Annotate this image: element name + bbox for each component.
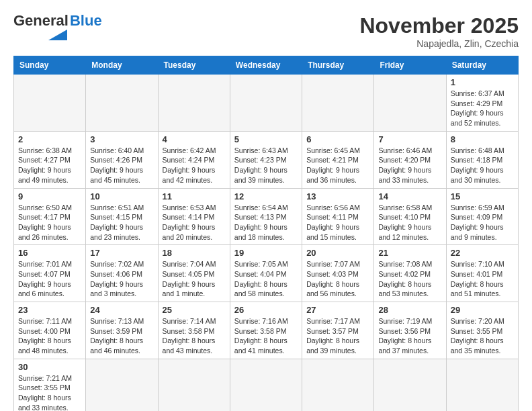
day-info: Sunrise: 7:14 AM Sunset: 3:58 PM Dayligh… [163, 316, 226, 356]
calendar-cell: 12Sunrise: 6:54 AM Sunset: 4:13 PM Dayli… [230, 188, 302, 245]
day-number: 8 [451, 134, 514, 144]
day-info: Sunrise: 7:04 AM Sunset: 4:05 PM Dayligh… [163, 259, 226, 299]
day-number: 28 [378, 305, 441, 315]
calendar-cell: 16Sunrise: 7:01 AM Sunset: 4:07 PM Dayli… [14, 245, 86, 302]
day-number: 27 [306, 305, 369, 315]
day-number: 30 [18, 362, 81, 372]
day-info: Sunrise: 7:19 AM Sunset: 3:56 PM Dayligh… [378, 316, 441, 356]
day-info: Sunrise: 7:02 AM Sunset: 4:06 PM Dayligh… [90, 259, 153, 299]
day-info: Sunrise: 6:48 AM Sunset: 4:18 PM Dayligh… [451, 146, 514, 185]
calendar-cell: 23Sunrise: 7:11 AM Sunset: 4:00 PM Dayli… [14, 302, 86, 359]
day-number: 6 [306, 134, 369, 144]
column-header-wednesday: Wednesday [230, 56, 302, 75]
day-number: 2 [18, 134, 81, 144]
day-info: Sunrise: 6:59 AM Sunset: 4:09 PM Dayligh… [451, 203, 514, 242]
calendar-cell: 11Sunrise: 6:53 AM Sunset: 4:14 PM Dayli… [158, 188, 230, 245]
calendar-cell: 8Sunrise: 6:48 AM Sunset: 4:18 PM Daylig… [446, 131, 518, 188]
day-info: Sunrise: 6:40 AM Sunset: 4:26 PM Dayligh… [90, 146, 153, 185]
day-info: Sunrise: 7:05 AM Sunset: 4:04 PM Dayligh… [234, 259, 298, 299]
day-info: Sunrise: 7:21 AM Sunset: 3:55 PM Dayligh… [18, 373, 81, 411]
calendar-cell: 6Sunrise: 6:45 AM Sunset: 4:21 PM Daylig… [302, 131, 374, 188]
day-info: Sunrise: 7:10 AM Sunset: 4:01 PM Dayligh… [451, 259, 514, 299]
day-info: Sunrise: 7:16 AM Sunset: 3:58 PM Dayligh… [234, 316, 298, 356]
calendar-cell: 21Sunrise: 7:08 AM Sunset: 4:02 PM Dayli… [374, 245, 446, 302]
day-number: 20 [306, 248, 369, 258]
logo-general: General [13, 13, 69, 28]
day-number: 19 [234, 248, 298, 258]
calendar-cell: 1Sunrise: 6:37 AM Sunset: 4:29 PM Daylig… [446, 75, 518, 132]
day-info: Sunrise: 6:43 AM Sunset: 4:23 PM Dayligh… [234, 146, 298, 185]
calendar-cell [374, 75, 446, 132]
calendar-cell: 27Sunrise: 7:17 AM Sunset: 3:57 PM Dayli… [302, 302, 374, 359]
week-row-1: 1Sunrise: 6:37 AM Sunset: 4:29 PM Daylig… [14, 75, 519, 132]
month-year-title: November 2025 [359, 13, 519, 38]
day-info: Sunrise: 6:42 AM Sunset: 4:24 PM Dayligh… [163, 146, 226, 185]
column-header-friday: Friday [374, 56, 446, 75]
calendar-cell [158, 75, 230, 132]
day-info: Sunrise: 7:11 AM Sunset: 4:00 PM Dayligh… [18, 316, 81, 356]
calendar-cell: 14Sunrise: 6:58 AM Sunset: 4:10 PM Dayli… [374, 188, 446, 245]
week-row-2: 2Sunrise: 6:38 AM Sunset: 4:27 PM Daylig… [14, 131, 519, 188]
day-number: 11 [163, 191, 226, 201]
logo-triangle-icon [48, 30, 67, 40]
day-info: Sunrise: 7:07 AM Sunset: 4:03 PM Dayligh… [306, 259, 369, 299]
column-header-monday: Monday [86, 56, 158, 75]
day-info: Sunrise: 6:50 AM Sunset: 4:17 PM Dayligh… [18, 203, 81, 242]
day-info: Sunrise: 6:54 AM Sunset: 4:13 PM Dayligh… [234, 203, 298, 242]
day-info: Sunrise: 6:56 AM Sunset: 4:11 PM Dayligh… [306, 203, 369, 242]
week-row-5: 23Sunrise: 7:11 AM Sunset: 4:00 PM Dayli… [14, 302, 519, 359]
calendar-table: SundayMondayTuesdayWednesdayThursdayFrid… [13, 56, 519, 411]
day-number: 23 [18, 305, 81, 315]
day-info: Sunrise: 6:46 AM Sunset: 4:20 PM Dayligh… [378, 146, 441, 185]
day-number: 29 [451, 305, 514, 315]
logo: General Blue [13, 13, 102, 40]
location-subtitle: Napajedla, Zlin, Czechia [359, 38, 519, 49]
calendar-cell [86, 75, 158, 132]
svg-marker-0 [48, 30, 67, 40]
column-header-saturday: Saturday [446, 56, 518, 75]
calendar-cell: 15Sunrise: 6:59 AM Sunset: 4:09 PM Dayli… [446, 188, 518, 245]
calendar-cell [230, 359, 302, 411]
calendar-cell: 17Sunrise: 7:02 AM Sunset: 4:06 PM Dayli… [86, 245, 158, 302]
calendar-cell [446, 359, 518, 411]
calendar-cell: 25Sunrise: 7:14 AM Sunset: 3:58 PM Dayli… [158, 302, 230, 359]
calendar-cell: 19Sunrise: 7:05 AM Sunset: 4:04 PM Dayli… [230, 245, 302, 302]
day-number: 17 [90, 248, 153, 258]
calendar-cell [374, 359, 446, 411]
day-number: 26 [234, 305, 298, 315]
day-number: 25 [163, 305, 226, 315]
day-info: Sunrise: 7:17 AM Sunset: 3:57 PM Dayligh… [306, 316, 369, 356]
day-info: Sunrise: 6:37 AM Sunset: 4:29 PM Dayligh… [451, 89, 514, 128]
calendar-cell: 26Sunrise: 7:16 AM Sunset: 3:58 PM Dayli… [230, 302, 302, 359]
day-info: Sunrise: 6:51 AM Sunset: 4:15 PM Dayligh… [90, 203, 153, 242]
day-info: Sunrise: 6:58 AM Sunset: 4:10 PM Dayligh… [378, 203, 441, 242]
day-info: Sunrise: 6:45 AM Sunset: 4:21 PM Dayligh… [306, 146, 369, 185]
calendar-cell: 30Sunrise: 7:21 AM Sunset: 3:55 PM Dayli… [14, 359, 86, 411]
day-info: Sunrise: 7:13 AM Sunset: 3:59 PM Dayligh… [90, 316, 153, 356]
calendar-cell: 7Sunrise: 6:46 AM Sunset: 4:20 PM Daylig… [374, 131, 446, 188]
day-number: 15 [451, 191, 514, 201]
column-header-tuesday: Tuesday [158, 56, 230, 75]
calendar-cell: 13Sunrise: 6:56 AM Sunset: 4:11 PM Dayli… [302, 188, 374, 245]
day-info: Sunrise: 6:38 AM Sunset: 4:27 PM Dayligh… [18, 146, 81, 185]
day-info: Sunrise: 7:08 AM Sunset: 4:02 PM Dayligh… [378, 259, 441, 299]
day-number: 3 [90, 134, 153, 144]
day-info: Sunrise: 7:01 AM Sunset: 4:07 PM Dayligh… [18, 259, 81, 299]
calendar-cell [86, 359, 158, 411]
calendar-cell: 10Sunrise: 6:51 AM Sunset: 4:15 PM Dayli… [86, 188, 158, 245]
calendar-cell [230, 75, 302, 132]
calendar-cell: 18Sunrise: 7:04 AM Sunset: 4:05 PM Dayli… [158, 245, 230, 302]
calendar-header-row: SundayMondayTuesdayWednesdayThursdayFrid… [14, 56, 519, 75]
day-number: 13 [306, 191, 369, 201]
day-number: 24 [90, 305, 153, 315]
day-number: 10 [90, 191, 153, 201]
calendar-cell: 22Sunrise: 7:10 AM Sunset: 4:01 PM Dayli… [446, 245, 518, 302]
calendar-cell [14, 75, 86, 132]
day-number: 9 [18, 191, 81, 201]
week-row-6: 30Sunrise: 7:21 AM Sunset: 3:55 PM Dayli… [14, 359, 519, 411]
title-block: November 2025 Napajedla, Zlin, Czechia [359, 13, 519, 49]
calendar-cell: 24Sunrise: 7:13 AM Sunset: 3:59 PM Dayli… [86, 302, 158, 359]
calendar-cell: 20Sunrise: 7:07 AM Sunset: 4:03 PM Dayli… [302, 245, 374, 302]
week-row-4: 16Sunrise: 7:01 AM Sunset: 4:07 PM Dayli… [14, 245, 519, 302]
day-number: 14 [378, 191, 441, 201]
